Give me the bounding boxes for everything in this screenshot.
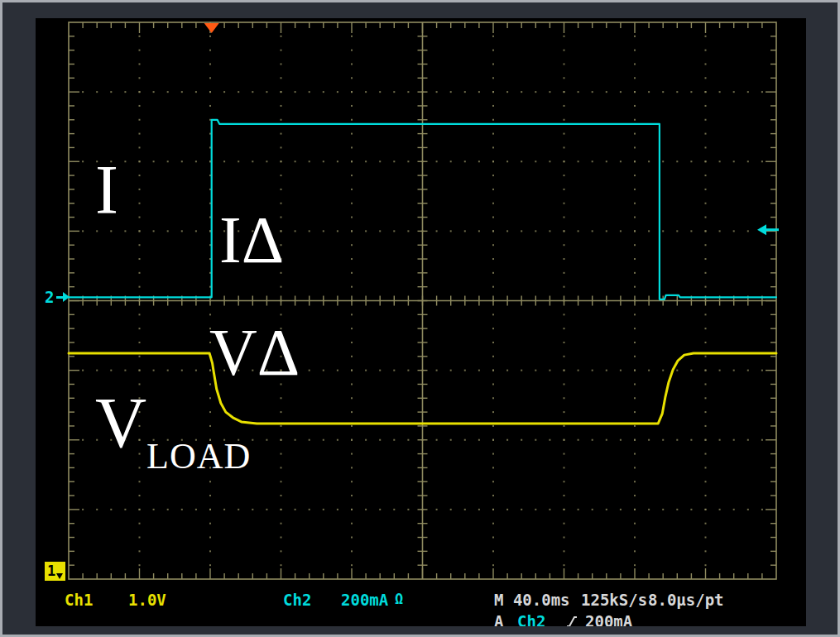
oscilloscope-screen: 2 1 I IΔ VΔ VLOAD Ch1 1.0V Ch2 200mA Ω M… — [36, 18, 806, 626]
ch2-coupling-ohm: Ω — [395, 591, 403, 607]
trigger-mode: A — [494, 612, 503, 626]
trigger-source: Ch2 — [517, 612, 545, 626]
annotation-vload: VLOAD — [95, 387, 251, 475]
annotation-current: I — [95, 156, 118, 225]
ch2-scale-readout: 200mA — [341, 591, 388, 609]
annotation-voltage-delta: VΔ — [209, 319, 300, 386]
ch1-reference-badge: 1 — [45, 562, 65, 581]
ch2-reference-label: 2 — [45, 288, 54, 306]
ch1-scale-readout: 1.0V — [128, 591, 166, 609]
annotation-vload-sub: LOAD — [146, 436, 251, 477]
oscilloscope-bezel: 2 1 I IΔ VΔ VLOAD Ch1 1.0V Ch2 200mA Ω M… — [0, 0, 840, 637]
timebase-readout: M 40.0ms — [494, 591, 570, 609]
trigger-level-readout: 200mA — [585, 612, 632, 626]
annotation-current-delta: IΔ — [219, 207, 284, 273]
resolution-readout: 8.0µs/pt — [648, 591, 724, 609]
sample-rate-readout: 125kS/s — [581, 591, 647, 609]
ch2-label: Ch2 — [283, 591, 311, 609]
down-arrow-icon — [56, 573, 63, 579]
ch1-label: Ch1 — [65, 591, 93, 609]
ch1-reference-label: 1 — [47, 563, 55, 579]
annotation-vload-main: V — [95, 383, 146, 462]
trigger-triangle-icon — [204, 23, 219, 33]
graticule-and-traces — [36, 18, 806, 626]
right-arrow-icon — [56, 292, 70, 302]
left-arrow-icon — [757, 224, 766, 235]
ch2-reference-marker: 2 — [45, 288, 70, 306]
